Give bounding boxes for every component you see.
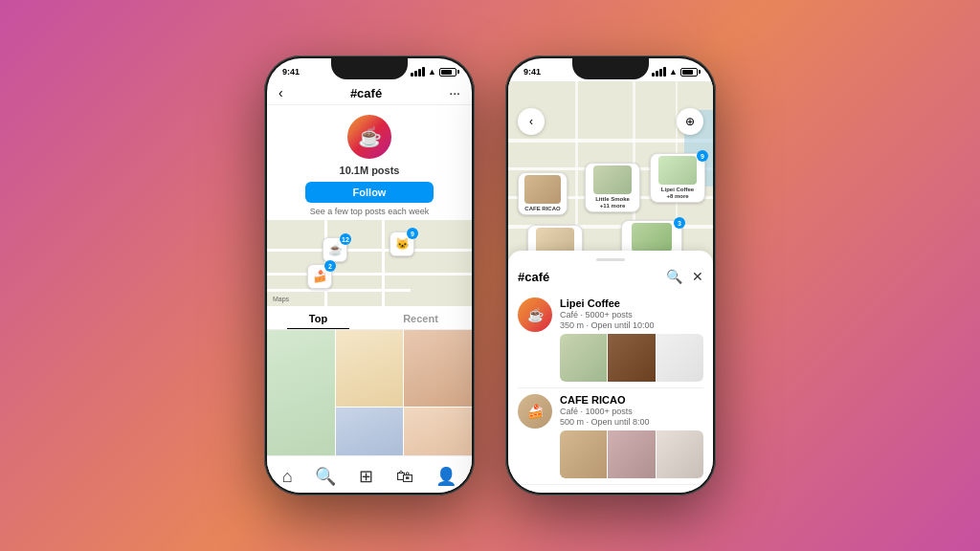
cafe-distance-lipei: 350 m · Open until 10:00 — [560, 320, 703, 330]
nav-home-icon[interactable]: ⌂ — [277, 465, 299, 489]
cafe-type-lipei: Café · 5000+ posts — [560, 310, 703, 320]
status-icons-1: ▲ — [411, 67, 457, 77]
battery-icon-2 — [680, 68, 698, 77]
cafe-distance-ricao: 500 m · Open until 8:00 — [560, 417, 703, 427]
cafe-name-lipei: Lipei Coffee — [560, 298, 703, 309]
road-2-h1 — [508, 139, 713, 143]
pin-img-ricao — [524, 175, 561, 204]
pin-badge-3: 2 — [324, 260, 336, 272]
status-icons-2: ▲ — [652, 67, 698, 77]
pin-label-ricao: CAFE RICAO — [524, 206, 560, 212]
photo-cell-3[interactable] — [404, 330, 472, 407]
see-few-text: See a few top posts each week — [310, 207, 430, 216]
map-pin-3[interactable]: 🍰2 — [307, 264, 332, 289]
nav-bar-1: ‹ #café ··· — [267, 81, 472, 105]
bottom-sheet: #café 🔍 ✕ ☕ Lipei Coffee Café · 5000+ po… — [508, 251, 713, 493]
battery-fill-2 — [682, 70, 693, 75]
wifi-icon: ▲ — [428, 67, 436, 77]
cafe-photo-2-2 — [608, 430, 655, 478]
road-h1 — [267, 249, 472, 252]
bar4 — [422, 67, 425, 77]
cafe-logo-ricao: 🍰 — [518, 394, 552, 429]
pin-label-smoke: Little Smoke+11 more — [595, 196, 630, 209]
cafe-photo-1-3 — [657, 334, 703, 382]
pin-img-green — [632, 223, 672, 252]
close-icon[interactable]: ✕ — [692, 269, 703, 284]
time-1: 9:41 — [282, 67, 300, 77]
map-pin-2[interactable]: 🐱9 — [390, 231, 414, 256]
map-area-1: ☕12 🐱9 🍰2 Maps — [267, 220, 472, 306]
bar2-1 — [652, 73, 655, 77]
bar3 — [418, 69, 421, 77]
wifi-icon-2: ▲ — [669, 67, 678, 77]
back-button-2[interactable]: ‹ — [518, 108, 545, 135]
more-icon[interactable]: ··· — [449, 85, 460, 100]
search-icon[interactable]: 🔍 — [666, 269, 682, 284]
tabs-1: Top Recent — [267, 306, 472, 330]
cafe-photos-lipei — [560, 334, 703, 382]
photo-cell-2[interactable] — [336, 330, 404, 407]
cafe-photo-2-3 — [657, 430, 703, 478]
tab-recent[interactable]: Recent — [369, 306, 472, 329]
nav-reels-icon[interactable]: ⊞ — [353, 464, 379, 489]
cafe-photo-1-2 — [608, 334, 655, 382]
pin-badge-green: 3 — [674, 217, 685, 229]
phone-2: 9:41 ▲ — [505, 55, 716, 496]
road-h3 — [267, 289, 411, 292]
map-nav-2: ‹ ⊕ — [508, 104, 713, 139]
pin-img-lipei — [658, 156, 697, 185]
profile-section: ☕ 10.1M posts Follow See a few top posts… — [267, 105, 472, 220]
notch-2 — [572, 58, 649, 79]
sheet-title: #café — [518, 270, 549, 284]
follow-button[interactable]: Follow — [305, 182, 434, 203]
nav-profile-icon[interactable]: 👤 — [430, 464, 462, 489]
battery-fill — [441, 70, 452, 75]
cafe-logo-lipei: ☕ — [518, 298, 552, 332]
pin-badge-1: 12 — [340, 233, 351, 245]
sheet-handle — [596, 258, 625, 261]
signal-icon-2 — [652, 67, 666, 77]
bar2-2 — [656, 71, 658, 77]
notch — [331, 58, 408, 79]
time-2: 9:41 — [523, 67, 541, 77]
bar1 — [411, 73, 413, 77]
map-pin-lipei[interactable]: Lipei Coffee+8 more 9 — [650, 153, 705, 203]
page-title-1: #café — [283, 86, 450, 100]
cafe-photos-ricao — [560, 430, 703, 478]
nav-shop-icon[interactable]: 🛍 — [390, 465, 419, 489]
posts-count: 10.1M posts — [340, 165, 400, 176]
battery-icon — [439, 68, 457, 77]
sheet-header: #café 🔍 ✕ — [518, 269, 703, 284]
maps-label-1: Maps — [273, 296, 289, 302]
cafe-item-lipei[interactable]: ☕ Lipei Coffee Café · 5000+ posts 350 m … — [518, 292, 703, 388]
phones-container: 9:41 ▲ ‹ #café ·· — [264, 55, 716, 496]
map-background — [267, 220, 472, 306]
cafe-info-ricao: CAFE RICAO Café · 1000+ posts 500 m · Op… — [560, 394, 703, 478]
cafe-photo-1-1 — [560, 334, 607, 382]
cafe-photo-2-1 — [560, 430, 607, 478]
road-h2 — [267, 273, 472, 276]
cafe-name-ricao: CAFE RICAO — [560, 394, 703, 406]
pin-img-smoke — [593, 165, 632, 194]
tab-top[interactable]: Top — [267, 306, 369, 329]
phone-1: 9:41 ▲ ‹ #café ·· — [264, 55, 475, 496]
road-v2 — [382, 220, 385, 306]
pin-badge-2: 9 — [407, 228, 418, 239]
location-button-2[interactable]: ⊕ — [677, 108, 703, 135]
map-pin-1[interactable]: ☕12 — [323, 237, 347, 262]
avatar: ☕ — [345, 113, 393, 161]
map-pin-little-smoke[interactable]: Little Smoke+11 more — [585, 163, 640, 212]
map-pin-cafe-ricao[interactable]: CAFE RICAO — [518, 172, 568, 215]
cafe-item-ricao[interactable]: 🍰 CAFE RICAO Café · 1000+ posts 500 m · … — [518, 388, 703, 485]
cafe-type-ricao: Café · 1000+ posts — [560, 407, 703, 416]
nav-search-icon[interactable]: 🔍 — [309, 464, 342, 489]
pin-label-lipei: Lipei Coffee+8 more — [661, 187, 694, 200]
bottom-nav-1: ⌂ 🔍 ⊞ 🛍 👤 — [267, 455, 472, 493]
signal-icon — [411, 67, 425, 77]
pin-badge-lipei: 9 — [697, 150, 708, 162]
bar2 — [414, 71, 417, 77]
cafe-info-lipei: Lipei Coffee Café · 5000+ posts 350 m · … — [560, 298, 703, 382]
bar2-3 — [659, 69, 662, 77]
bar2-4 — [663, 67, 666, 77]
sheet-icon-group: 🔍 ✕ — [666, 269, 703, 284]
